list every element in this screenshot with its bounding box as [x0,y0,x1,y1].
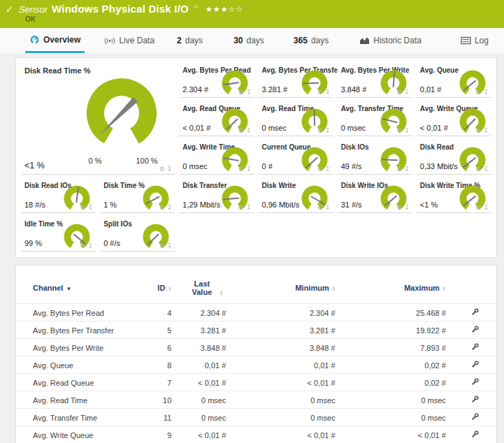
gear-icon[interactable]: ⚙ [238,89,244,96]
column-header-id[interactable]: ID▲▼ [142,271,177,304]
gear-icon[interactable]: ⚙ [238,128,244,134]
gauge-card: Avg. Bytes Per Read 2.304 # ⚙ ↧ [179,64,254,98]
wrench-icon[interactable] [470,325,480,335]
gauge-value: < 0,01 # [182,124,210,132]
gauge-title: Idle Time % [24,220,63,228]
channel-row[interactable]: Avg. Bytes Per Read 4 2.304 # 2.304 # 25… [16,304,496,321]
channel-last-value: < 0,01 # [177,426,233,443]
tab-number: 30 [233,36,243,45]
sensor-header: ✓ Sensor Windows Physical Disk I/O ⚐ ★★★… [0,0,504,28]
gear-icon[interactable]: ⚙ [317,128,323,134]
wrench-icon[interactable] [470,430,480,440]
tab-live-data[interactable]: Live Data [100,28,159,53]
pin-icon[interactable]: ↧ [404,128,410,134]
column-header-minimum[interactable]: Minimum▲▼ [233,271,343,304]
channel-name: Avg. Bytes Per Write [16,339,142,356]
pin-icon[interactable]: ↧ [167,205,173,211]
gear-icon[interactable]: ⚙ [80,205,86,211]
pin-icon[interactable]: ↧ [404,89,410,96]
gauge-title: Avg. Queue [420,66,459,74]
column-header-last-value[interactable]: Last Value▲▼ [177,271,233,304]
pin-icon[interactable]: ↧ [246,128,252,134]
gear-icon[interactable]: ⚙ [159,243,165,249]
gear-icon[interactable]: ⚙ [317,89,323,96]
flag-icon[interactable]: ⚐ [193,3,199,10]
gear-icon[interactable]: ⚙ [475,128,481,134]
channel-maximum: 25.468 # [344,304,454,321]
column-label: Minimum [295,284,329,292]
channel-row[interactable]: Avg. Transfer Time 11 0 msec 0 msec 0 ms… [16,409,496,426]
pin-icon[interactable]: ↧ [483,205,489,211]
gear-icon[interactable]: ⚙ [159,166,165,173]
gauge-title: Disk Time % [103,182,145,189]
gear-icon[interactable]: ⚙ [317,205,323,211]
tab-2-days[interactable]: 2 days [173,28,207,53]
gauge-scale-max: 100 % [134,157,159,165]
pin-icon[interactable]: ↧ [483,166,489,173]
gear-icon[interactable]: ⚙ [238,166,244,173]
pin-icon[interactable]: ↧ [88,243,94,249]
gauge-dial [48,73,195,155]
channel-maximum: 0,02 # [344,374,454,391]
tab-365-days[interactable]: 365 days [289,28,333,53]
wrench-icon[interactable] [470,395,480,405]
gear-icon[interactable]: ⚙ [475,89,481,96]
tab-log[interactable]: Log [456,28,493,53]
gauge-title: Disk Write [261,182,296,189]
pin-icon[interactable]: ↧ [483,89,489,96]
pin-icon[interactable]: ↧ [325,128,331,134]
gear-icon[interactable]: ⚙ [396,205,402,211]
channel-id: 8 [142,356,177,374]
column-label: Last Value [187,279,217,296]
channel-row[interactable]: Avg. Bytes Per Transfer 5 3.281 # 3.281 … [16,321,496,339]
channel-row[interactable]: Avg. Bytes Per Write 6 3.848 # 3.848 # 7… [16,339,496,356]
gauge-value: 3.281 # [261,85,287,94]
wrench-icon[interactable] [470,307,480,318]
tab-historic-data[interactable]: Historic Data [355,28,426,53]
gear-icon[interactable]: ⚙ [396,166,402,173]
pin-icon[interactable]: ↧ [167,166,173,173]
gear-icon[interactable]: ⚙ [317,166,323,173]
channel-row[interactable]: Avg. Read Queue 7 < 0,01 # < 0,01 # 0,02… [16,374,496,391]
pin-icon[interactable]: ↧ [483,128,489,134]
column-header-channel[interactable]: Channel▼ [16,271,142,304]
wrench-icon[interactable] [470,412,480,423]
tab-overview[interactable]: Overview [25,28,85,53]
pin-icon[interactable]: ↧ [246,205,252,211]
channel-row[interactable]: Avg. Read Time 10 0 msec 0 msec 0 msec [16,391,496,409]
gauge-card: Avg. Bytes Per Write 3.848 # ⚙ ↧ [338,64,412,98]
pin-icon[interactable]: ↧ [246,89,252,96]
tab-30-days[interactable]: 30 days [229,28,268,53]
gauge-value: 1,29 Mbit/s [182,201,220,209]
channel-minimum: 3.848 # [233,339,343,356]
gauge-needle [303,83,318,84]
gear-icon[interactable]: ⚙ [475,205,481,211]
channel-row[interactable]: Avg. Write Queue 9 < 0,01 # < 0,01 # < 0… [16,426,496,443]
pin-icon[interactable]: ↧ [325,166,331,173]
channel-name: Avg. Write Queue [16,426,142,443]
pin-icon[interactable]: ↧ [325,205,331,211]
pin-icon[interactable]: ↧ [404,166,410,173]
channel-maximum: < 0,01 # [344,426,454,443]
wrench-icon[interactable] [470,377,480,388]
gear-icon[interactable]: ⚙ [396,128,402,134]
gear-icon[interactable]: ⚙ [475,166,481,173]
wrench-icon[interactable] [470,342,480,353]
gauge-value: 49 #/s [341,162,362,170]
priority-stars[interactable]: ★★★☆☆ [206,5,243,14]
pin-icon[interactable]: ↧ [88,205,94,211]
pin-icon[interactable]: ↧ [167,243,173,249]
gear-icon[interactable]: ⚙ [80,243,86,249]
pin-icon[interactable]: ↧ [246,166,252,173]
gear-icon[interactable]: ⚙ [159,205,165,211]
gauge-card: Avg. Read Time 0 msec ⚙ ↧ [258,102,333,136]
gauge-card: Disk Time % 1 % ⚙ ↧ [100,179,175,213]
gear-icon[interactable]: ⚙ [396,89,402,96]
gauge-needle [314,110,315,125]
pin-icon[interactable]: ↧ [325,89,331,96]
gear-icon[interactable]: ⚙ [238,205,244,211]
wrench-icon[interactable] [470,360,480,370]
pin-icon[interactable]: ↧ [404,205,410,211]
column-header-maximum[interactable]: Maximum▲▼ [344,271,454,304]
channel-row[interactable]: Avg. Queue 8 0,01 # 0,01 # 0,02 # [16,356,496,374]
